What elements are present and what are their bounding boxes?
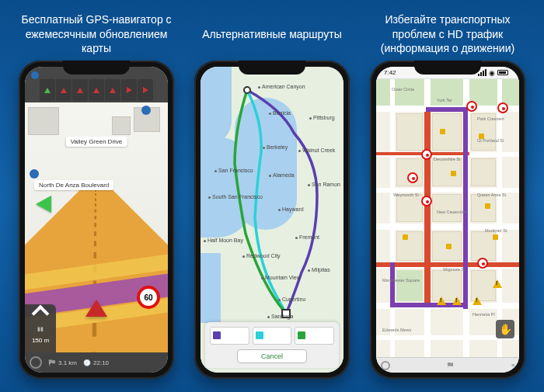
notch-icon <box>414 61 481 75</box>
parking-icon <box>141 106 151 115</box>
trip-distance: 🏁 3.1 km <box>48 359 77 366</box>
incident-icon[interactable] <box>497 102 508 113</box>
warning-icon[interactable] <box>437 297 446 305</box>
speed-gauge-icon <box>381 361 390 370</box>
map-city-label: Walnut Creek <box>298 147 335 153</box>
lane-arrow-icon <box>110 88 116 93</box>
speed-gauge-icon <box>30 356 42 369</box>
phone-3: 7:42 ◉ <box>370 61 525 379</box>
phone-2: American Canyon Benicia Pittsburg Berkel… <box>194 61 350 379</box>
svg-point-0 <box>244 87 250 93</box>
turn-panel[interactable]: ▮▮ 150 m <box>25 304 56 352</box>
street-label: Mortimer St <box>485 228 507 233</box>
poi-icon <box>493 234 498 240</box>
map-city-label: Pittsburg <box>309 115 335 120</box>
street-label: Valley Green Drive <box>66 137 127 147</box>
cancel-button[interactable]: Cancel <box>237 349 307 363</box>
lane-arrow-icon <box>127 87 132 93</box>
poi-icon <box>451 171 456 176</box>
heading-1: Бесплатный GPS-навигатор с ежемесячным о… <box>14 11 179 57</box>
heading-3: Избегайте транспортных проблем с HD траф… <box>365 11 530 57</box>
notch-icon <box>63 61 130 75</box>
street-label: Outer Circle <box>392 87 414 92</box>
street-label: Manchester Square <box>382 278 420 283</box>
street-label: Weymouth St <box>393 193 419 197</box>
traffic-map[interactable]: Outer Circle York Ter Park Crescent Gt P… <box>376 79 519 357</box>
street-label: Henrietta Pl <box>473 312 495 317</box>
speed-limit-sign: 60 <box>137 286 160 309</box>
lane-arrow-icon <box>77 88 83 93</box>
poi-icon <box>446 244 452 249</box>
street-label: Wigmore St <box>443 267 466 272</box>
screen-traffic[interactable]: 7:42 ◉ <box>376 67 519 373</box>
heading-2: Альтернативные маршруты <box>190 11 354 57</box>
incident-icon[interactable] <box>421 196 432 206</box>
map-city-label: Fremont <box>295 234 319 240</box>
position-cursor-icon <box>85 300 107 317</box>
map-city-label: Mountain View <box>261 275 301 280</box>
route-options-panel: 110 km1hr 4min 119 km1hr 4min 115 km1hr … <box>205 322 339 368</box>
screen-nav[interactable]: Valley Green Drive North De Anza Bouleva… <box>25 67 168 373</box>
map-city-label: Hayward <box>278 206 304 212</box>
panel-gps-nav: Бесплатный GPS-навигатор с ежемесячным о… <box>14 11 179 379</box>
lane-arrow-icon <box>44 88 51 93</box>
map-city-label: South San Francisco <box>208 194 263 199</box>
map-city-label: Cupertino <box>278 297 305 302</box>
street-label: York Ter <box>437 98 452 102</box>
map-city-label: American Canyon <box>258 84 305 89</box>
street-label: Edwards Mews <box>382 328 411 332</box>
map-city-label: San Ramon <box>308 182 340 187</box>
lane-arrow-icon <box>61 88 67 93</box>
street-label: Park Crescent <box>477 116 504 121</box>
status-time: 7:42 <box>384 69 396 76</box>
street-label: Queen Anne St <box>477 193 506 197</box>
route-option[interactable]: 110 km1hr 4min <box>210 327 249 345</box>
lane-arrow-icon <box>93 88 99 93</box>
warning-icon[interactable] <box>452 297 462 305</box>
traffic-bottom-bar[interactable]: 🏁 ≡ <box>376 357 519 373</box>
street-label: North De Anza Boulevard <box>34 180 113 190</box>
street-label: New Cavendish <box>437 210 467 214</box>
panel-alt-routes: Альтернативные маршруты Ameri <box>190 11 354 379</box>
turn-arrow-icon <box>36 196 51 213</box>
street-label: Gt Portland St <box>477 138 504 143</box>
map-city-label: Benicia <box>269 110 291 116</box>
nav-bottom-bar[interactable]: 🏁 3.1 km 🕘 22:10 <box>25 352 168 373</box>
map-city-label: Redwood City <box>242 253 281 258</box>
incident-icon[interactable] <box>407 172 418 183</box>
route-option[interactable]: 119 km1hr 4min <box>253 327 292 345</box>
route-color-swatch <box>298 331 305 339</box>
street-label: Devonshire St <box>434 157 461 161</box>
trip-eta: 🕘 22:10 <box>83 359 109 366</box>
menu-icon[interactable]: ≡ <box>511 363 514 368</box>
flag-icon: 🏁 <box>447 363 454 369</box>
map-city-label: Alameda <box>269 172 295 178</box>
parking-icon <box>30 169 39 179</box>
incident-icon[interactable] <box>421 149 432 160</box>
screen-routes[interactable]: American Canyon Benicia Pittsburg Berkel… <box>201 67 343 373</box>
route-option[interactable]: 115 km1hr 7min <box>295 327 334 345</box>
map-city-label: Milpitas <box>308 267 330 272</box>
turn-distance: 150 m <box>25 337 56 344</box>
warning-icon[interactable] <box>473 297 482 305</box>
poi-icon <box>485 203 490 209</box>
incident-icon[interactable] <box>477 258 488 269</box>
pan-mode-button[interactable]: ✋ <box>496 320 514 338</box>
battery-icon <box>497 70 508 75</box>
wifi-icon: ◉ <box>489 69 495 77</box>
map-city-label: Half Moon Bay <box>204 238 243 243</box>
notch-icon <box>239 61 305 75</box>
map-city-label: Saratoga <box>267 314 293 319</box>
warning-icon[interactable] <box>493 279 502 288</box>
poi-icon <box>440 129 445 134</box>
route-color-swatch <box>256 331 263 339</box>
phone-1: Valley Green Drive North De Anza Bouleva… <box>19 61 174 379</box>
lane-arrow-icon <box>143 87 148 93</box>
route-color-swatch <box>213 331 221 339</box>
map-city-label: Berkeley <box>263 144 288 150</box>
turn-left-icon <box>32 305 50 323</box>
poi-icon <box>403 234 408 240</box>
panel-traffic: Избегайте транспортных проблем с HD траф… <box>365 11 530 379</box>
map-city-label: San Francisco <box>214 168 253 173</box>
incident-icon[interactable] <box>466 101 477 112</box>
